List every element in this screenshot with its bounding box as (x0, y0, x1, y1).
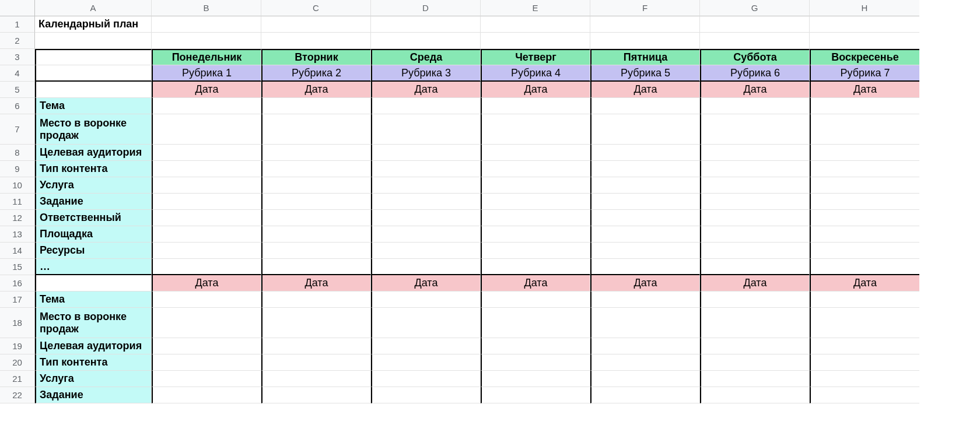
cell-C7[interactable] (261, 114, 371, 145)
cell-E10[interactable] (481, 177, 590, 194)
cell-E5-date[interactable]: Дата (481, 82, 590, 98)
cell-E17[interactable] (481, 291, 590, 308)
cell-F18[interactable] (590, 308, 700, 338)
cell-F15[interactable] (590, 259, 700, 275)
cell-B18[interactable] (152, 308, 261, 338)
cell-B22[interactable] (152, 387, 261, 403)
cell-C5-date[interactable]: Дата (261, 82, 371, 98)
cell-F13[interactable] (590, 226, 700, 243)
cell-C12[interactable] (261, 210, 371, 226)
cell-B7[interactable] (152, 114, 261, 145)
cell-F8[interactable] (590, 145, 700, 161)
cell-B4-rubric[interactable]: Рубрика 1 (152, 65, 261, 82)
cell-G8[interactable] (700, 145, 810, 161)
row-header-20[interactable]: 20 (0, 354, 35, 371)
cell-D22[interactable] (371, 387, 481, 403)
cell-A13-label[interactable]: Площадка (35, 226, 152, 243)
cell-D3-day[interactable]: Среда (371, 49, 481, 65)
cell-A7-label[interactable]: Место в воронке продаж (35, 114, 152, 145)
cell-G4-rubric[interactable]: Рубрика 6 (700, 65, 810, 82)
cell-A9-label[interactable]: Тип контента (35, 161, 152, 177)
cell-A6-label[interactable]: Тема (35, 98, 152, 114)
cell-G1[interactable] (700, 16, 810, 33)
cell-E8[interactable] (481, 145, 590, 161)
cell-H9[interactable] (810, 161, 919, 177)
cell-E7[interactable] (481, 114, 590, 145)
cell-H11[interactable] (810, 194, 919, 210)
cell-H7[interactable] (810, 114, 919, 145)
row-header-22[interactable]: 22 (0, 387, 35, 403)
cell-H3-day[interactable]: Воскресенье (810, 49, 919, 65)
cell-E12[interactable] (481, 210, 590, 226)
cell-G16-date[interactable]: Дата (700, 275, 810, 291)
cell-H12[interactable] (810, 210, 919, 226)
col-header-H[interactable]: H (810, 0, 919, 16)
cell-E20[interactable] (481, 354, 590, 371)
cell-H19[interactable] (810, 338, 919, 354)
cell-H10[interactable] (810, 177, 919, 194)
cell-C15[interactable] (261, 259, 371, 275)
cell-E21[interactable] (481, 371, 590, 387)
cell-A3[interactable] (35, 49, 152, 65)
cell-C17[interactable] (261, 291, 371, 308)
cell-B19[interactable] (152, 338, 261, 354)
cell-G9[interactable] (700, 161, 810, 177)
cell-F10[interactable] (590, 177, 700, 194)
cell-D8[interactable] (371, 145, 481, 161)
cell-G18[interactable] (700, 308, 810, 338)
cell-G17[interactable] (700, 291, 810, 308)
row-header-4[interactable]: 4 (0, 65, 35, 82)
cell-B1[interactable] (152, 16, 261, 33)
cell-C10[interactable] (261, 177, 371, 194)
cell-D16-date[interactable]: Дата (371, 275, 481, 291)
cell-E16-date[interactable]: Дата (481, 275, 590, 291)
cell-C21[interactable] (261, 371, 371, 387)
select-all-corner[interactable] (0, 0, 35, 16)
cell-A15-label[interactable]: … (35, 259, 152, 275)
cell-G19[interactable] (700, 338, 810, 354)
cell-A21-label[interactable]: Услуга (35, 371, 152, 387)
cell-E22[interactable] (481, 387, 590, 403)
cell-G7[interactable] (700, 114, 810, 145)
row-header-21[interactable]: 21 (0, 371, 35, 387)
cell-B15[interactable] (152, 259, 261, 275)
cell-B20[interactable] (152, 354, 261, 371)
cell-B21[interactable] (152, 371, 261, 387)
cell-A10-label[interactable]: Услуга (35, 177, 152, 194)
cell-F2[interactable] (590, 33, 700, 49)
cell-C14[interactable] (261, 243, 371, 259)
cell-F22[interactable] (590, 387, 700, 403)
cell-F6[interactable] (590, 98, 700, 114)
cell-G13[interactable] (700, 226, 810, 243)
cell-A22-label[interactable]: Задание (35, 387, 152, 403)
cell-B9[interactable] (152, 161, 261, 177)
cell-D1[interactable] (371, 16, 481, 33)
cell-D17[interactable] (371, 291, 481, 308)
cell-D13[interactable] (371, 226, 481, 243)
row-header-14[interactable]: 14 (0, 243, 35, 259)
row-header-10[interactable]: 10 (0, 177, 35, 194)
cell-D14[interactable] (371, 243, 481, 259)
col-header-C[interactable]: C (261, 0, 371, 16)
cell-D7[interactable] (371, 114, 481, 145)
cell-E15[interactable] (481, 259, 590, 275)
cell-E1[interactable] (481, 16, 590, 33)
row-header-5[interactable]: 5 (0, 82, 35, 98)
cell-B2[interactable] (152, 33, 261, 49)
cell-H6[interactable] (810, 98, 919, 114)
cell-G20[interactable] (700, 354, 810, 371)
cell-E13[interactable] (481, 226, 590, 243)
cell-A12-label[interactable]: Ответственный (35, 210, 152, 226)
row-header-7[interactable]: 7 (0, 114, 35, 145)
cell-B16-date[interactable]: Дата (152, 275, 261, 291)
cell-H8[interactable] (810, 145, 919, 161)
cell-D2[interactable] (371, 33, 481, 49)
cell-E14[interactable] (481, 243, 590, 259)
cell-E6[interactable] (481, 98, 590, 114)
row-header-1[interactable]: 1 (0, 16, 35, 33)
cell-H21[interactable] (810, 371, 919, 387)
cell-D21[interactable] (371, 371, 481, 387)
cell-B12[interactable] (152, 210, 261, 226)
cell-G6[interactable] (700, 98, 810, 114)
cell-F20[interactable] (590, 354, 700, 371)
